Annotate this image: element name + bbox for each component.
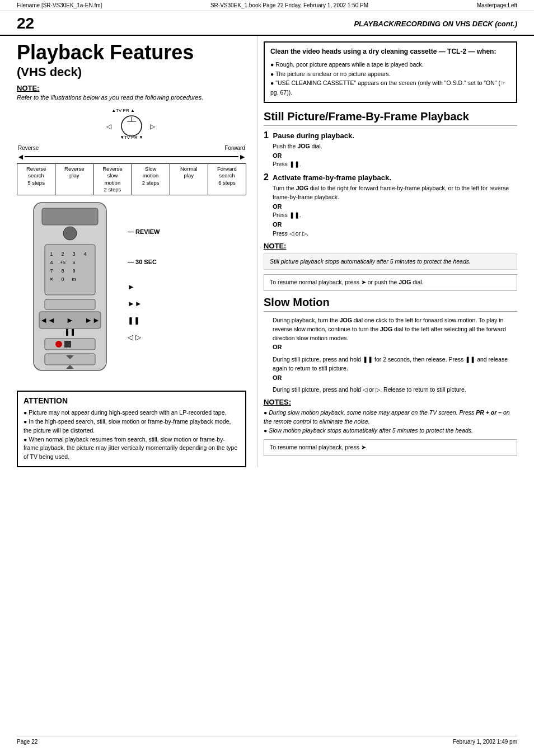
note-text: Refer to the illustrations below as you … [17, 93, 246, 102]
slow-body3: During still picture, press and hold ◁ o… [273, 386, 517, 395]
meta-bar: Filename [SR-VS30EK_1a-EN.fm] SR-VS30EK_… [0, 0, 534, 11]
page-number: 22 [17, 15, 34, 32]
clean-list: Rough, poor picture appears while a tape… [270, 60, 510, 97]
step1-heading: 1 Pause during playback. [264, 130, 517, 140]
attention-item-1: Picture may not appear during high-speed… [24, 408, 240, 417]
clean-item-2: The picture is unclear or no picture app… [270, 69, 510, 79]
svg-text:❚❚: ❚❚ [64, 328, 76, 336]
still-note-text: Still picture playback stops automatical… [264, 253, 517, 270]
step2-body: Turn the JOG dial to the right for forwa… [273, 184, 517, 238]
svg-text:7: 7 [50, 268, 53, 274]
svg-text:►►: ►► [85, 316, 100, 325]
clean-item-3: "USE CLEANING CASSETTE" appears on the s… [270, 78, 510, 97]
slow-resume-box: To resume normal playback, press ➤. [264, 439, 517, 456]
attention-box: ATTENTION Picture may not appear during … [17, 391, 246, 467]
forward-label: Forward [224, 145, 245, 151]
arrow-bar: Reverse Forward [17, 145, 246, 151]
svg-rect-32 [64, 341, 71, 348]
sub-heading: (VHS deck) [17, 65, 246, 79]
svg-text:8: 8 [61, 268, 64, 274]
slow-body2: During still picture, press and hold ❚❚ … [273, 355, 517, 382]
main-content: Playback Features (VHS deck) NOTE: Refer… [0, 36, 534, 467]
side-labels: — REVIEW — 30 SEC ► ►► ❚❚ ◁ ▷ [128, 200, 160, 341]
slow-note-2: Slow motion playback stops automatically… [264, 426, 517, 435]
svg-text:+5: +5 [60, 260, 65, 265]
footer-left: Page 22 [17, 739, 38, 745]
still-resume-box: To resume normal playback, press ➤ or pu… [264, 274, 517, 291]
clean-heading: Clean the video heads using a dry cleani… [270, 47, 510, 57]
page-footer: Page 22 February 1, 2002 1:49 pm [17, 736, 517, 745]
reverse-label: Reverse [18, 145, 39, 151]
slow-body1: During playback, turn the JOG dial one c… [273, 316, 517, 352]
footer-right: February 1, 2002 1:49 pm [453, 739, 517, 745]
page-title: PLAYBACK/RECORDING ON VHS DECK (cont.) [354, 20, 517, 28]
svg-text:▲TV PR ▲: ▲TV PR ▲ [111, 108, 135, 113]
masterpage: Masterpage:Left [477, 2, 517, 8]
mode-reverse-search: Reversesearch5 steps [17, 164, 55, 195]
svg-text:►: ► [66, 316, 74, 325]
svg-point-31 [55, 341, 62, 348]
svg-text:4: 4 [83, 251, 86, 257]
print-info: SR-VS30EK_1.book Page 22 Friday, Februar… [210, 2, 368, 8]
step1-title: Pause during playback. [273, 132, 354, 140]
step2-heading: 2 Activate frame-by-frame playback. [264, 172, 517, 182]
remote-svg: 1 2 3 4 4 +5 6 7 8 9 ✕ 0 m [17, 200, 123, 386]
svg-text:▷: ▷ [150, 123, 156, 130]
mode-slow-motion: Slowmotion2 steps [132, 164, 170, 195]
svg-text:m: m [72, 276, 76, 282]
svg-point-9 [63, 227, 77, 240]
slow-section-heading: Slow Motion [264, 295, 517, 312]
mode-normal-play: Normalplay [170, 164, 208, 195]
slow-notes-list: During slow motion playback, some noise … [264, 408, 517, 435]
attention-item-3: When normal playback resumes from search… [24, 435, 240, 462]
attention-item-2: In the high-speed search, still, slow mo… [24, 417, 240, 435]
svg-text:0: 0 [61, 276, 64, 282]
main-heading: Playback Features [17, 41, 246, 64]
page-header: 22 PLAYBACK/RECORDING ON VHS DECK (cont.… [0, 11, 534, 36]
review-label: — REVIEW [128, 228, 160, 236]
mode-forward-search: Forwardsearch6 steps [208, 164, 246, 195]
clean-item-1: Rough, poor picture appears while a tape… [270, 60, 510, 69]
still-note-label: NOTE: [264, 242, 517, 250]
svg-text:▼TV PR ▼: ▼TV PR ▼ [120, 135, 143, 140]
still-section-heading: Still Picture/Frame-By-Frame Playback [264, 110, 517, 126]
remote-area: 1 2 3 4 4 +5 6 7 8 9 ✕ 0 m [17, 200, 246, 386]
attention-list: Picture may not appear during high-speed… [24, 408, 240, 462]
step2-title: Activate frame-by-frame playback. [273, 173, 391, 182]
step2-num: 2 [264, 172, 269, 182]
svg-text:1: 1 [50, 251, 53, 257]
clean-box: Clean the video heads using a dry cleani… [264, 41, 517, 103]
jog-diagram: ▲TV PR ▲ ◁ ▷ ▼TV PR ▼ [17, 106, 246, 142]
step1-body: Push the JOG dial. OR Press ❚❚. [273, 142, 517, 169]
svg-text:✕: ✕ [49, 276, 54, 282]
svg-text:3: 3 [72, 251, 75, 257]
note-label: NOTE: [17, 84, 246, 92]
mode-reverse-play: Reverseplay [55, 164, 93, 195]
attention-title: ATTENTION [24, 396, 240, 405]
step1-num: 1 [264, 130, 269, 140]
30sec-label: — 30 SEC [128, 258, 160, 266]
slow-note-1: During slow motion playback, some noise … [264, 408, 517, 426]
slow-notes-label: NOTES: [264, 398, 517, 406]
svg-text:◄◄: ◄◄ [40, 316, 55, 325]
left-column: Playback Features (VHS deck) NOTE: Refer… [17, 36, 257, 467]
right-column: Clean the video heads using a dry cleani… [257, 36, 517, 467]
mode-reverse-slow: Reverseslowmotion2 steps [93, 164, 132, 195]
svg-text:6: 6 [72, 260, 75, 265]
svg-rect-24 [45, 299, 95, 309]
filename: Filename [SR-VS30EK_1a-EN.fm] [17, 2, 102, 8]
svg-text:4: 4 [50, 260, 53, 265]
svg-text:9: 9 [72, 268, 75, 274]
modes-bar: Reversesearch5 steps Reverseplay Reverse… [17, 163, 246, 195]
svg-text:2: 2 [61, 251, 64, 257]
svg-rect-8 [42, 208, 98, 225]
svg-text:◁: ◁ [106, 123, 112, 130]
